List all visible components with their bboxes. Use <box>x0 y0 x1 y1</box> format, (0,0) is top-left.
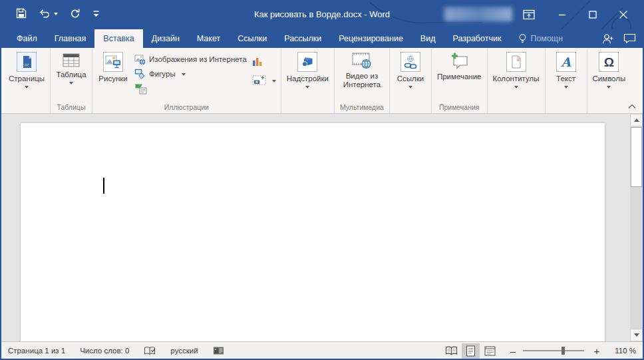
group-label-pages <box>3 102 50 113</box>
status-bar: Страница 1 из 1 Число слов: 0 русский – … <box>1 341 643 359</box>
cover-page-icon <box>17 52 37 72</box>
document-area <box>1 114 643 341</box>
tab-help[interactable]: Помощн <box>510 29 571 48</box>
header-footer-icon <box>506 52 526 72</box>
group-header-footer: Колонтитулы <box>488 49 546 113</box>
tab-layout[interactable]: Макет <box>188 29 229 48</box>
proofing-status-button[interactable] <box>144 346 156 356</box>
proofing-icon <box>144 346 156 356</box>
screenshot-dropdown-caret <box>272 80 276 85</box>
illustrations-small-buttons: Изображения из Интернета Фигуры <box>132 50 249 96</box>
web-layout-button[interactable] <box>481 343 499 359</box>
screenshot-button[interactable] <box>249 73 279 88</box>
links-button[interactable]: Ссылки <box>392 50 429 90</box>
tab-developer[interactable]: Разработчик <box>444 29 510 48</box>
tab-help-label: Помощн <box>530 34 563 43</box>
tabrow-right-icons <box>601 29 643 48</box>
scrollbar-thumb[interactable] <box>631 127 642 187</box>
tab-view[interactable]: Вид <box>412 29 444 48</box>
text-cursor <box>103 178 104 194</box>
group-comments: Примечание Примечания <box>432 49 488 113</box>
addins-button[interactable]: Надстройки <box>283 50 332 90</box>
minimize-icon <box>558 11 566 19</box>
group-symbols: Ω Символы <box>587 49 631 113</box>
ribbon-display-options-button[interactable] <box>514 0 544 29</box>
tab-insert[interactable]: Вставка <box>94 29 142 48</box>
collapse-ribbon-button[interactable] <box>628 101 636 111</box>
tab-home[interactable]: Главная <box>46 29 95 48</box>
table-icon <box>63 52 80 68</box>
ribbon-display-options-icon <box>523 9 535 21</box>
table-button[interactable]: Таблица <box>53 50 90 87</box>
web-layout-icon <box>484 346 496 356</box>
symbols-button[interactable]: Ω Символы <box>589 50 629 90</box>
close-button[interactable] <box>608 0 639 29</box>
tab-file[interactable]: Файл <box>8 29 46 48</box>
redacted-account-area <box>444 7 512 21</box>
online-video-button[interactable]: Видео из Интернета <box>337 50 387 89</box>
maximize-button[interactable] <box>577 0 608 29</box>
zoom-level[interactable]: 110 % <box>604 347 636 355</box>
share-person-icon[interactable] <box>601 33 614 45</box>
read-mode-button[interactable] <box>442 343 460 359</box>
group-text: A Текст <box>546 49 587 113</box>
zoom-out-button[interactable]: – <box>506 345 520 357</box>
chart-icon <box>252 57 263 67</box>
tab-review[interactable]: Рецензирование <box>330 29 412 48</box>
scroll-up-button[interactable] <box>630 114 643 126</box>
keyboard-layout-button[interactable] <box>213 346 224 355</box>
tab-mailings[interactable]: Рассылки <box>275 29 330 48</box>
text-box-icon: A <box>556 52 576 72</box>
smartart-button[interactable] <box>132 81 249 96</box>
chevron-up-icon <box>628 104 636 109</box>
group-tables: Таблица Таблицы <box>51 49 92 113</box>
tab-design[interactable]: Дизайн <box>143 29 188 48</box>
smartart-icon <box>134 83 147 94</box>
group-label-illustrations: Иллюстрации <box>92 102 281 113</box>
group-label-addins <box>281 102 334 113</box>
ribbon: Страницы Таблица Таблицы <box>1 48 643 114</box>
pictures-button[interactable]: Рисунки <box>94 50 132 83</box>
group-pages: Страницы <box>3 49 51 113</box>
minimize-button[interactable] <box>547 0 577 29</box>
group-media: Видео из Интернета Мультимедиа <box>335 49 390 113</box>
group-label-media: Мультимедиа <box>335 102 389 113</box>
online-video-icon <box>352 52 372 69</box>
group-label-comments: Примечания <box>432 102 487 113</box>
shapes-icon <box>134 69 146 79</box>
pages-button[interactable]: Страницы <box>5 50 48 90</box>
chart-button[interactable] <box>249 54 279 69</box>
group-links: Ссылки <box>390 49 432 113</box>
title-bar: Как рисовать в Ворде.docx - Word <box>1 0 643 29</box>
document-page[interactable] <box>21 123 605 341</box>
zoom-in-button[interactable]: + <box>589 345 604 357</box>
screenshot-icon <box>252 75 266 86</box>
new-comment-button[interactable]: Примечание <box>434 50 485 81</box>
ribbon-tab-row: Файл Главная Вставка Дизайн Макет Ссылки… <box>1 29 643 48</box>
word-window: Как рисовать в Ворде.docx - Word Файл Гл… <box>0 0 644 360</box>
page-indicator[interactable]: Страница 1 из 1 <box>8 347 65 355</box>
vertical-scrollbar[interactable] <box>630 114 643 341</box>
header-footer-button[interactable]: Колонтитулы <box>490 50 543 90</box>
links-icon <box>401 52 420 72</box>
shapes-button[interactable]: Фигуры <box>132 67 249 81</box>
zoom-slider[interactable] <box>523 350 584 351</box>
tab-references[interactable]: Ссылки <box>229 29 275 48</box>
window-controls <box>514 0 639 29</box>
scroll-down-button[interactable] <box>630 329 643 341</box>
word-count[interactable]: Число слов: 0 <box>80 347 129 355</box>
illustrations-icon-column <box>249 50 279 88</box>
print-layout-icon <box>466 345 476 357</box>
feedback-bubble-icon[interactable] <box>623 33 636 44</box>
links-dropdown-caret <box>408 86 412 90</box>
group-illustrations: Рисунки Изображения из Интернета Фигуры <box>92 49 281 113</box>
language-indicator[interactable]: русский <box>170 347 198 355</box>
text-dropdown-caret <box>564 86 568 90</box>
new-comment-icon <box>449 52 469 70</box>
print-layout-button[interactable] <box>462 343 480 359</box>
online-pictures-button[interactable]: Изображения из Интернета <box>132 52 249 67</box>
zoom-slider-thumb[interactable] <box>562 347 565 355</box>
text-box-button[interactable]: A Текст <box>548 50 585 90</box>
symbols-icon: Ω <box>599 52 619 72</box>
maximize-icon <box>589 11 597 19</box>
